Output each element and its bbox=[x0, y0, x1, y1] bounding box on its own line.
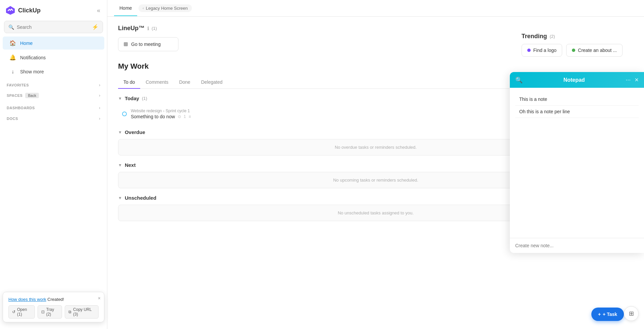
task-breadcrumb: Website redesign › Sprint cycle 1 bbox=[131, 109, 191, 113]
note-item-1[interactable]: This is a note bbox=[515, 93, 639, 106]
task-info: Website redesign › Sprint cycle 1 Someth… bbox=[131, 109, 191, 119]
collapse-sidebar-button[interactable]: « bbox=[96, 6, 102, 15]
notepad-close-button[interactable]: × bbox=[635, 76, 639, 84]
back-button[interactable]: Back bbox=[25, 93, 39, 98]
find-logo-dot bbox=[527, 49, 531, 52]
work-tab-comments[interactable]: Comments bbox=[140, 76, 174, 89]
notepad-title: Notepad bbox=[527, 77, 622, 83]
next-label: Next bbox=[125, 162, 136, 168]
create-about-label: Create an about ... bbox=[578, 48, 617, 53]
notepad-more-button[interactable]: ··· bbox=[626, 76, 631, 83]
toast-suffix: Created! bbox=[47, 297, 64, 302]
grid-view-button[interactable]: ⊞ bbox=[624, 306, 639, 321]
sidebar-item-notifications[interactable]: 🔔 Notifications bbox=[3, 51, 104, 64]
sidebar-section-dashboards[interactable]: DASHBOARDS › bbox=[0, 102, 107, 112]
work-tab-done[interactable]: Done bbox=[174, 76, 196, 89]
sidebar-home-label: Home bbox=[20, 41, 33, 46]
toast-copy-url-label: Copy URL (3) bbox=[73, 307, 95, 317]
bolt-icon: ⚡ bbox=[92, 24, 99, 30]
search-input[interactable] bbox=[17, 24, 89, 30]
breadcrumb-part2: Sprint cycle 1 bbox=[166, 109, 190, 113]
clickup-logo-icon bbox=[5, 5, 15, 15]
open-icon: ↺ bbox=[12, 310, 15, 314]
lineup-task-label: Go to meeting bbox=[131, 42, 161, 47]
trending-grid: Find a logo Create an about ... bbox=[522, 44, 623, 57]
sidebar-item-show-more[interactable]: ↓ Show more bbox=[3, 65, 104, 78]
notepad-search-icon[interactable]: 🔍 bbox=[515, 76, 523, 84]
docs-label: DOCS bbox=[7, 117, 18, 121]
tab-legacy-label: Legacy Home Screen bbox=[146, 6, 188, 11]
docs-chevron-icon: › bbox=[99, 116, 100, 121]
tab-home[interactable]: Home bbox=[114, 1, 137, 16]
home-icon: 🏠 bbox=[9, 40, 16, 46]
sidebar: ClickUp « 🔍 ⚡ 🏠 Home 🔔 Notifications ↓ S… bbox=[0, 0, 107, 329]
tab-legacy-arrow-icon: ‹ bbox=[143, 6, 144, 10]
unscheduled-chevron-icon: ▼ bbox=[118, 196, 122, 200]
today-label: Today bbox=[125, 95, 139, 101]
notepad-body: This is a note Oh this is a note per lin… bbox=[510, 88, 644, 238]
sidebar-notifications-label: Notifications bbox=[20, 55, 46, 60]
my-work-title: My Work bbox=[118, 62, 633, 71]
sidebar-section-spaces[interactable]: SPACES Back › bbox=[0, 89, 107, 102]
notepad-panel: 🔍 Notepad ··· × This is a note Oh this i… bbox=[510, 72, 644, 253]
search-icon: 🔍 bbox=[8, 24, 14, 30]
find-logo-label: Find a logo bbox=[533, 48, 556, 53]
toast-tray-label: Tray (2) bbox=[46, 307, 58, 317]
toast-open-label: Open (1) bbox=[17, 307, 31, 317]
sidebar-show-more-label: Show more bbox=[20, 69, 44, 74]
toast-copy-url-button[interactable]: ⧉ Copy URL (3) bbox=[65, 305, 99, 319]
notepad-header: 🔍 Notepad ··· × bbox=[510, 72, 644, 88]
toast-link[interactable]: How does this work bbox=[8, 297, 46, 302]
work-tab-todo[interactable]: To do bbox=[118, 76, 140, 89]
overdue-chevron-icon: ▼ bbox=[118, 130, 122, 135]
tab-bar: Home ‹ Legacy Home Screen bbox=[107, 0, 644, 17]
bell-icon: 🔔 bbox=[9, 54, 16, 61]
spaces-left: SPACES Back bbox=[7, 93, 39, 98]
task-name: Something to do now ⊙ 1 ≡ bbox=[131, 114, 191, 119]
sidebar-section-docs[interactable]: DOCS › bbox=[0, 112, 107, 123]
toast-tray-button[interactable]: ⊡ Tray (2) bbox=[38, 305, 62, 319]
tab-legacy-home-screen[interactable]: ‹ Legacy Home Screen bbox=[139, 4, 192, 12]
favorites-chevron-icon: › bbox=[99, 83, 100, 87]
app-name: ClickUp bbox=[18, 7, 41, 14]
trending-item-create-about[interactable]: Create an about ... bbox=[566, 44, 623, 57]
lineup-badge: (1) bbox=[152, 26, 157, 31]
note-item-2[interactable]: Oh this is a note per line bbox=[515, 106, 639, 118]
today-chevron-icon: ▼ bbox=[118, 96, 122, 101]
add-task-button[interactable]: + + Task bbox=[591, 308, 624, 321]
sidebar-section-favorites[interactable]: FAVORITES › bbox=[0, 79, 107, 89]
lineup-title: LineUp™ ℹ (1) bbox=[118, 25, 633, 32]
notepad-footer bbox=[510, 238, 644, 253]
notepad-new-note-input[interactable] bbox=[515, 243, 639, 248]
today-count: (1) bbox=[142, 96, 147, 101]
work-tab-delegated[interactable]: Delegated bbox=[196, 76, 228, 89]
sidebar-item-home[interactable]: 🏠 Home bbox=[3, 37, 104, 50]
toast-open-button[interactable]: ↺ Open (1) bbox=[8, 305, 35, 319]
search-bar[interactable]: 🔍 ⚡ bbox=[4, 21, 103, 33]
lineup-task-go-to-meeting[interactable]: Go to meeting bbox=[118, 37, 178, 51]
dashboards-label: DASHBOARDS bbox=[7, 106, 35, 110]
toast-actions: ↺ Open (1) ⊡ Tray (2) ⧉ Copy URL (3) bbox=[8, 305, 99, 319]
favorites-label: FAVORITES bbox=[7, 83, 29, 87]
toast-close-button[interactable]: × bbox=[98, 295, 101, 301]
task-checkbox[interactable] bbox=[122, 112, 127, 116]
trending-badge: (2) bbox=[550, 34, 555, 39]
subtask-icon: ⊙ bbox=[178, 114, 181, 119]
grid-icon: ⊞ bbox=[629, 310, 634, 317]
breadcrumb-arrow-icon: › bbox=[163, 109, 164, 113]
trending-item-find-logo[interactable]: Find a logo bbox=[522, 44, 562, 57]
toast-title: How does this work Created! bbox=[8, 297, 99, 302]
dashboards-chevron-icon: › bbox=[99, 106, 100, 110]
next-chevron-icon: ▼ bbox=[118, 163, 122, 168]
spaces-chevron-icon: › bbox=[99, 93, 100, 98]
subtask-count: 1 bbox=[184, 114, 186, 119]
breadcrumb-part1: Website redesign bbox=[131, 109, 162, 113]
priority-icon: ≡ bbox=[189, 114, 191, 119]
lineup-info-icon[interactable]: ℹ bbox=[147, 26, 149, 31]
unscheduled-label: Unscheduled bbox=[125, 195, 156, 201]
chevron-down-icon: ↓ bbox=[9, 69, 16, 75]
sidebar-header: ClickUp « bbox=[0, 0, 107, 18]
app-logo[interactable]: ClickUp bbox=[5, 5, 41, 15]
lineup-title-text: LineUp™ bbox=[118, 25, 145, 32]
trending-section: Trending (2) Find a logo Create an about… bbox=[522, 33, 623, 57]
